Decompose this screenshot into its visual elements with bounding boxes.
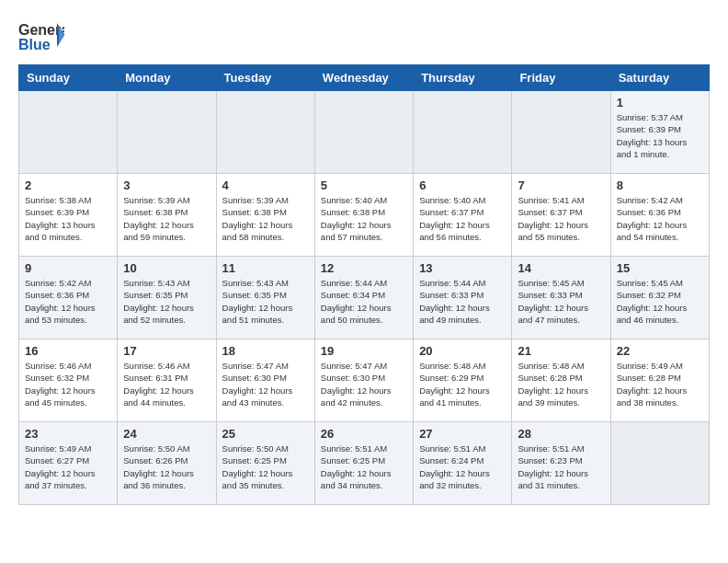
weekday-header-saturday: Saturday <box>610 65 709 91</box>
calendar-cell: 21Sunrise: 5:48 AM Sunset: 6:28 PM Dayli… <box>512 339 610 422</box>
calendar-cell: 4Sunrise: 5:39 AM Sunset: 6:38 PM Daylig… <box>216 174 314 257</box>
day-number: 7 <box>518 178 604 192</box>
svg-text:Blue: Blue <box>18 37 51 52</box>
calendar-cell <box>610 422 709 505</box>
weekday-header-monday: Monday <box>118 65 216 91</box>
day-number: 21 <box>518 344 604 358</box>
day-number: 5 <box>321 178 407 192</box>
calendar-cell: 9Sunrise: 5:42 AM Sunset: 6:36 PM Daylig… <box>19 257 118 339</box>
day-number: 17 <box>123 344 210 358</box>
calendar-cell: 1Sunrise: 5:37 AM Sunset: 6:39 PM Daylig… <box>610 91 709 174</box>
calendar-cell <box>314 91 413 174</box>
calendar-cell: 24Sunrise: 5:50 AM Sunset: 6:26 PM Dayli… <box>118 422 216 505</box>
calendar-cell: 23Sunrise: 5:49 AM Sunset: 6:27 PM Dayli… <box>19 422 118 505</box>
day-info: Sunrise: 5:48 AM Sunset: 6:29 PM Dayligh… <box>419 360 506 408</box>
day-number: 16 <box>25 344 111 358</box>
calendar-cell: 28Sunrise: 5:51 AM Sunset: 6:23 PM Dayli… <box>512 422 610 505</box>
calendar-cell: 26Sunrise: 5:51 AM Sunset: 6:25 PM Dayli… <box>314 422 413 505</box>
weekday-header-tuesday: Tuesday <box>216 65 314 91</box>
calendar-cell: 13Sunrise: 5:44 AM Sunset: 6:33 PM Dayli… <box>414 257 512 339</box>
weekday-header-wednesday: Wednesday <box>314 65 413 91</box>
calendar-cell: 8Sunrise: 5:42 AM Sunset: 6:36 PM Daylig… <box>610 174 709 257</box>
calendar-cell: 6Sunrise: 5:40 AM Sunset: 6:37 PM Daylig… <box>414 174 512 257</box>
calendar-cell: 14Sunrise: 5:45 AM Sunset: 6:33 PM Dayli… <box>512 257 610 339</box>
day-number: 20 <box>419 344 506 358</box>
day-info: Sunrise: 5:45 AM Sunset: 6:32 PM Dayligh… <box>617 277 703 326</box>
calendar-cell: 10Sunrise: 5:43 AM Sunset: 6:35 PM Dayli… <box>118 257 216 339</box>
weekday-header-friday: Friday <box>512 65 610 91</box>
weekday-header-row: SundayMondayTuesdayWednesdayThursdayFrid… <box>19 65 710 91</box>
day-number: 14 <box>518 261 604 275</box>
day-info: Sunrise: 5:46 AM Sunset: 6:32 PM Dayligh… <box>25 360 111 408</box>
day-number: 13 <box>419 261 506 275</box>
day-info: Sunrise: 5:49 AM Sunset: 6:27 PM Dayligh… <box>25 442 111 491</box>
calendar-cell: 25Sunrise: 5:50 AM Sunset: 6:25 PM Dayli… <box>216 422 314 505</box>
day-info: Sunrise: 5:42 AM Sunset: 6:36 PM Dayligh… <box>25 277 111 326</box>
day-info: Sunrise: 5:50 AM Sunset: 6:25 PM Dayligh… <box>222 442 309 491</box>
day-info: Sunrise: 5:38 AM Sunset: 6:39 PM Dayligh… <box>25 194 111 243</box>
day-number: 26 <box>321 427 407 441</box>
day-number: 15 <box>617 261 703 275</box>
day-number: 28 <box>518 427 604 441</box>
day-number: 22 <box>617 344 703 358</box>
day-info: Sunrise: 5:48 AM Sunset: 6:28 PM Dayligh… <box>518 360 604 408</box>
week-row-4: 16Sunrise: 5:46 AM Sunset: 6:32 PM Dayli… <box>19 339 710 422</box>
calendar-cell: 3Sunrise: 5:39 AM Sunset: 6:38 PM Daylig… <box>118 174 216 257</box>
day-number: 27 <box>419 427 506 441</box>
day-number: 8 <box>617 178 703 192</box>
day-info: Sunrise: 5:41 AM Sunset: 6:37 PM Dayligh… <box>518 194 604 243</box>
logo-icon: General Blue <box>18 18 64 55</box>
calendar-cell: 20Sunrise: 5:48 AM Sunset: 6:29 PM Dayli… <box>414 339 512 422</box>
day-info: Sunrise: 5:47 AM Sunset: 6:30 PM Dayligh… <box>321 360 407 408</box>
week-row-2: 2Sunrise: 5:38 AM Sunset: 6:39 PM Daylig… <box>19 174 710 257</box>
day-info: Sunrise: 5:50 AM Sunset: 6:26 PM Dayligh… <box>123 442 210 491</box>
calendar-cell: 19Sunrise: 5:47 AM Sunset: 6:30 PM Dayli… <box>314 339 413 422</box>
calendar-cell <box>414 91 512 174</box>
day-info: Sunrise: 5:44 AM Sunset: 6:33 PM Dayligh… <box>419 277 506 326</box>
day-info: Sunrise: 5:39 AM Sunset: 6:38 PM Dayligh… <box>222 194 309 243</box>
day-info: Sunrise: 5:49 AM Sunset: 6:28 PM Dayligh… <box>617 360 703 408</box>
day-info: Sunrise: 5:37 AM Sunset: 6:39 PM Dayligh… <box>617 111 703 160</box>
day-info: Sunrise: 5:40 AM Sunset: 6:38 PM Dayligh… <box>321 194 407 243</box>
calendar-cell: 18Sunrise: 5:47 AM Sunset: 6:30 PM Dayli… <box>216 339 314 422</box>
calendar-table: SundayMondayTuesdayWednesdayThursdayFrid… <box>18 64 710 505</box>
day-number: 19 <box>321 344 407 358</box>
day-info: Sunrise: 5:44 AM Sunset: 6:34 PM Dayligh… <box>321 277 407 326</box>
day-number: 1 <box>617 96 703 109</box>
day-info: Sunrise: 5:51 AM Sunset: 6:24 PM Dayligh… <box>419 442 506 491</box>
calendar-cell: 17Sunrise: 5:46 AM Sunset: 6:31 PM Dayli… <box>118 339 216 422</box>
week-row-5: 23Sunrise: 5:49 AM Sunset: 6:27 PM Dayli… <box>19 422 710 505</box>
calendar-cell: 16Sunrise: 5:46 AM Sunset: 6:32 PM Dayli… <box>19 339 118 422</box>
calendar-cell: 27Sunrise: 5:51 AM Sunset: 6:24 PM Dayli… <box>414 422 512 505</box>
day-info: Sunrise: 5:39 AM Sunset: 6:38 PM Dayligh… <box>123 194 210 243</box>
day-info: Sunrise: 5:43 AM Sunset: 6:35 PM Dayligh… <box>222 277 309 326</box>
calendar-cell: 2Sunrise: 5:38 AM Sunset: 6:39 PM Daylig… <box>19 174 118 257</box>
day-info: Sunrise: 5:47 AM Sunset: 6:30 PM Dayligh… <box>222 360 309 408</box>
day-number: 10 <box>123 261 210 275</box>
calendar-cell <box>216 91 314 174</box>
day-info: Sunrise: 5:51 AM Sunset: 6:25 PM Dayligh… <box>321 442 407 491</box>
day-number: 12 <box>321 261 407 275</box>
day-number: 18 <box>222 344 309 358</box>
day-number: 6 <box>419 178 506 192</box>
day-info: Sunrise: 5:43 AM Sunset: 6:35 PM Dayligh… <box>123 277 210 326</box>
day-number: 24 <box>123 427 210 441</box>
day-info: Sunrise: 5:42 AM Sunset: 6:36 PM Dayligh… <box>617 194 703 243</box>
calendar-cell: 11Sunrise: 5:43 AM Sunset: 6:35 PM Dayli… <box>216 257 314 339</box>
day-info: Sunrise: 5:46 AM Sunset: 6:31 PM Dayligh… <box>123 360 210 408</box>
day-number: 11 <box>222 261 309 275</box>
day-number: 2 <box>25 178 111 192</box>
day-number: 23 <box>25 427 111 441</box>
week-row-1: 1Sunrise: 5:37 AM Sunset: 6:39 PM Daylig… <box>19 91 710 174</box>
page-header: General Blue <box>18 18 710 55</box>
day-info: Sunrise: 5:51 AM Sunset: 6:23 PM Dayligh… <box>518 442 604 491</box>
weekday-header-thursday: Thursday <box>414 65 512 91</box>
calendar-cell: 15Sunrise: 5:45 AM Sunset: 6:32 PM Dayli… <box>610 257 709 339</box>
day-number: 3 <box>123 178 210 192</box>
day-number: 9 <box>25 261 111 275</box>
day-info: Sunrise: 5:45 AM Sunset: 6:33 PM Dayligh… <box>518 277 604 326</box>
calendar-cell <box>19 91 118 174</box>
logo: General Blue <box>18 18 68 55</box>
day-number: 4 <box>222 178 309 192</box>
calendar-cell: 5Sunrise: 5:40 AM Sunset: 6:38 PM Daylig… <box>314 174 413 257</box>
